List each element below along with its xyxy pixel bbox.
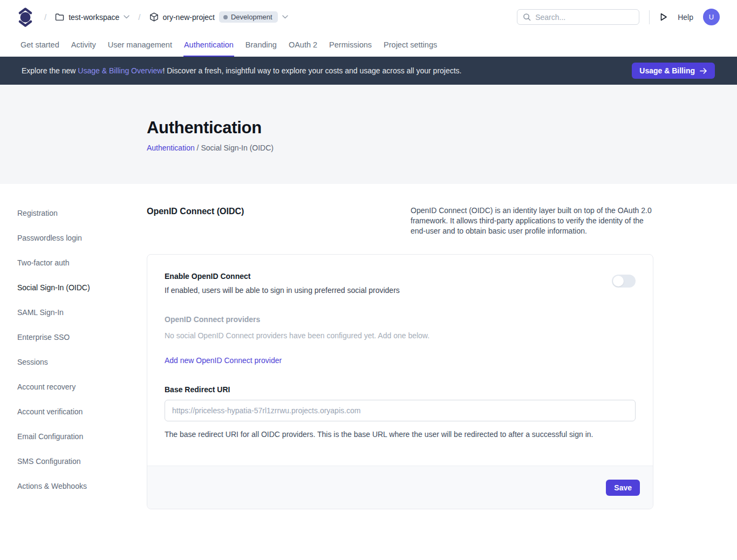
enable-oidc-description: If enabled, users will be able to sign i… <box>165 286 400 295</box>
oidc-settings-card: Enable OpenID Connect If enabled, users … <box>147 254 653 509</box>
workspace-selector[interactable]: test-workspace <box>55 13 129 22</box>
page-hero: Authentication Authentication / Social S… <box>0 85 737 184</box>
card-footer: Save <box>147 466 653 509</box>
sidebar-item-two-factor-auth[interactable]: Two-factor auth <box>17 255 147 270</box>
project-nav-tabs: Get started Activity User management Aut… <box>0 34 737 57</box>
project-name: ory-new-project <box>163 13 215 22</box>
toggle-knob <box>613 276 624 286</box>
usage-billing-banner: Explore the new Usage & Billing Overview… <box>0 57 737 85</box>
folder-icon <box>55 13 64 21</box>
header-divider <box>649 10 650 24</box>
status-dot-icon <box>223 15 228 19</box>
sidebar-item-actions-webhooks[interactable]: Actions & Webhooks <box>17 479 147 494</box>
search-box[interactable] <box>517 9 639 25</box>
section-description: OpenID Connect (OIDC) is an identity lay… <box>411 206 653 236</box>
enable-oidc-toggle[interactable] <box>612 275 636 288</box>
chevron-down-icon <box>282 15 288 19</box>
sidebar-item-enterprise-sso[interactable]: Enterprise SSO <box>17 330 147 345</box>
usage-billing-overview-link[interactable]: Usage & Billing Overview <box>78 66 162 75</box>
tab-get-started[interactable]: Get started <box>20 34 60 57</box>
sidebar-item-registration[interactable]: Registration <box>17 206 147 221</box>
save-button[interactable]: Save <box>606 480 640 496</box>
package-icon <box>149 12 159 22</box>
tab-oauth2[interactable]: OAuth 2 <box>288 34 318 57</box>
usage-billing-button[interactable]: Usage & Billing <box>632 63 715 79</box>
tab-authentication[interactable]: Authentication <box>183 34 234 57</box>
oidc-settings-main: OpenID Connect (OIDC) OpenID Connect (OI… <box>147 206 653 509</box>
project-selector[interactable]: ory-new-project Development <box>149 11 288 23</box>
sidebar-item-social-sign-in-oidc[interactable]: Social Sign-In (OIDC) <box>17 280 147 295</box>
tab-activity[interactable]: Activity <box>71 34 97 57</box>
search-icon <box>523 13 531 21</box>
sidebar-item-email-configuration[interactable]: Email Configuration <box>17 429 147 444</box>
environment-badge: Development <box>219 11 278 23</box>
tab-branding[interactable]: Branding <box>245 34 277 57</box>
providers-section-title: OpenID Connect providers <box>165 315 636 324</box>
help-link[interactable]: Help <box>678 13 693 22</box>
sidebar-item-account-recovery[interactable]: Account recovery <box>17 379 147 394</box>
banner-text: Explore the new Usage & Billing Overview… <box>22 66 632 75</box>
play-icon[interactable] <box>659 12 668 22</box>
tab-permissions[interactable]: Permissions <box>329 34 372 57</box>
page-title: Authentication <box>147 118 737 138</box>
ory-logo-icon[interactable] <box>17 7 33 28</box>
sidebar-item-sessions[interactable]: Sessions <box>17 354 147 370</box>
breadcrumb-separator: / <box>44 12 46 22</box>
section-title: OpenID Connect (OIDC) <box>147 206 244 216</box>
arrow-right-icon <box>700 67 707 74</box>
enable-oidc-label: Enable OpenID Connect <box>165 272 400 281</box>
sidebar-item-passwordless-login[interactable]: Passwordless login <box>17 230 147 245</box>
search-input[interactable] <box>535 13 633 22</box>
tab-project-settings[interactable]: Project settings <box>383 34 438 57</box>
breadcrumb-separator: / <box>138 12 140 22</box>
user-avatar[interactable]: U <box>703 9 720 25</box>
content-area: Registration Passwordless login Two-fact… <box>0 184 737 542</box>
chevron-down-icon <box>124 15 129 19</box>
base-redirect-uri-help: The base redirect URI for all OIDC provi… <box>165 429 636 440</box>
sidebar-item-saml-sign-in[interactable]: SAML Sign-In <box>17 305 147 320</box>
breadcrumb-current: Social Sign-In (OIDC) <box>201 144 274 152</box>
workspace-name: test-workspace <box>69 13 119 22</box>
providers-empty-message: No social OpenID Connect providers have … <box>165 331 636 340</box>
tab-user-management[interactable]: User management <box>107 34 173 57</box>
breadcrumb: Authentication / Social Sign-In (OIDC) <box>147 144 737 152</box>
breadcrumb-authentication-link[interactable]: Authentication <box>147 144 195 152</box>
add-oidc-provider-link[interactable]: Add new OpenID Connect provider <box>165 356 282 365</box>
settings-sidebar: Registration Passwordless login Two-fact… <box>17 206 147 509</box>
sidebar-item-sms-configuration[interactable]: SMS Configuration <box>17 454 147 469</box>
top-header: / test-workspace / ory-new-project Devel… <box>0 0 737 34</box>
sidebar-item-account-verification[interactable]: Account verification <box>17 404 147 419</box>
base-redirect-uri-input[interactable] <box>165 400 636 421</box>
base-redirect-uri-label: Base Redirect URI <box>165 385 636 394</box>
